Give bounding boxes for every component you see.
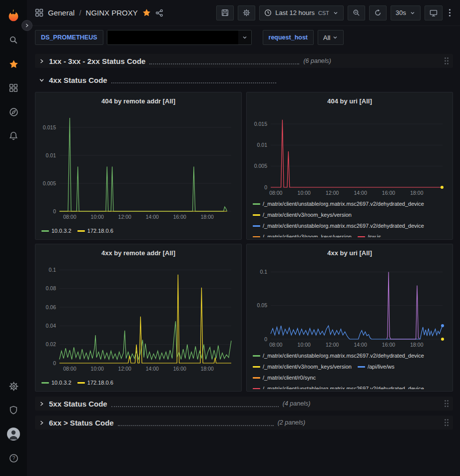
sidebar-item-starred[interactable]	[0, 52, 27, 76]
panel-title[interactable]: 4xx by uri [All]	[251, 247, 449, 260]
chart-404-by-uri[interactable]: 00.0050.010.01508:0010:0012:0014:0016:00…	[251, 108, 449, 197]
refresh-interval-picker[interactable]: 30s	[391, 5, 421, 20]
svg-text:10:00: 10:00	[298, 342, 311, 348]
series-name: 172.18.0.6	[87, 380, 113, 386]
row-header-1xx-3xx-2xx[interactable]: 1xx - 3xx - 2xx Status Code (6 panels)	[35, 54, 453, 68]
legend-item[interactable]: /_matrix/client/unstable/org.matrix.msc2…	[253, 198, 424, 209]
series-color-dash	[253, 214, 260, 216]
sidebar-item-search[interactable]	[0, 28, 27, 52]
legend-item[interactable]: /_matrix/client/v3/room_keys/version	[253, 231, 352, 237]
series-color-dash	[253, 355, 260, 357]
request-host-variable-label[interactable]: request_host	[263, 30, 314, 45]
time-range-picker[interactable]: Last 12 hours CST	[259, 5, 344, 20]
zoom-out-time-button[interactable]	[348, 5, 365, 20]
kebab-icon	[449, 8, 451, 17]
grafana-logo[interactable]	[6, 3, 21, 28]
top-navbar: General / NGINX PROXY	[27, 0, 460, 26]
legend-item[interactable]: /_matrix/client/unstable/org.matrix.msc2…	[253, 220, 424, 231]
legend-item[interactable]: /_matrix/client/unstable/org.matrix.msc2…	[253, 350, 424, 361]
legend-item[interactable]: /_matrix/client/r0/sync	[253, 372, 316, 383]
dotted-leader	[149, 58, 299, 64]
svg-text:0.1: 0.1	[260, 269, 267, 275]
row-panel-count: (4 panels)	[283, 400, 311, 407]
dotted-leader	[111, 77, 276, 83]
svg-text:0: 0	[264, 184, 267, 190]
legend-item[interactable]: /api/live/ws	[358, 361, 395, 372]
series-color-dash	[77, 230, 85, 232]
gear-icon	[243, 9, 250, 16]
legend-item[interactable]: /_matrix/client/v3/room_keys/version	[253, 361, 352, 372]
row-header-6xx[interactable]: 6xx > Status Code (2 panels)	[35, 416, 453, 430]
svg-text:0: 0	[53, 360, 56, 366]
svg-text:14:00: 14:00	[354, 190, 367, 196]
dashboard-grid-icon	[35, 8, 43, 17]
sidebar-item-dashboards[interactable]	[0, 76, 27, 100]
chevron-down-icon	[333, 10, 339, 16]
row-drag-handle[interactable]	[443, 419, 450, 427]
sidebar-item-profile[interactable]	[0, 422, 27, 446]
legend-item[interactable]: /sw.js	[358, 231, 381, 237]
sidebar-item-explore[interactable]	[0, 100, 27, 124]
refresh-button[interactable]	[369, 5, 387, 20]
series-name: 10.0.3.2	[51, 380, 71, 386]
svg-text:08:00: 08:00	[269, 190, 282, 196]
sidebar-item-configuration[interactable]	[0, 374, 27, 398]
row-header-5xx[interactable]: 5xx Status Code (4 panels)	[35, 397, 453, 411]
legend-item[interactable]: /_matrix/client/v3/room_keys/version	[253, 209, 352, 220]
dashboard-settings-button[interactable]	[238, 5, 255, 20]
svg-text:0.1: 0.1	[48, 267, 56, 273]
sidebar: ?	[0, 0, 27, 476]
avatar	[7, 428, 20, 441]
svg-text:12:00: 12:00	[326, 342, 339, 348]
timezone-label: CST	[318, 10, 329, 16]
tv-mode-button[interactable]	[425, 5, 443, 20]
svg-text:0.015: 0.015	[43, 124, 56, 130]
row-drag-handle[interactable]	[443, 57, 450, 65]
share-icon[interactable]	[155, 9, 163, 17]
series-name: /_matrix/client/v3/room_keys/version	[263, 212, 352, 218]
panel-404-by-uri: 404 by uri [All] 00.0050.010.01508:0010:…	[246, 92, 453, 240]
chevron-down-icon	[410, 10, 416, 16]
save-icon	[221, 9, 229, 16]
kebab-menu-button[interactable]	[447, 5, 453, 20]
legend-item[interactable]: 10.0.3.2	[41, 225, 71, 236]
panel-title[interactable]: 4xx by remote addr [All]	[39, 247, 237, 260]
sidebar-expand-chevron[interactable]	[21, 20, 32, 31]
svg-text:18:00: 18:00	[201, 366, 214, 372]
save-dashboard-button[interactable]	[216, 5, 234, 20]
svg-text:0: 0	[53, 208, 56, 214]
panel-title[interactable]: 404 by remote addr [All]	[39, 95, 237, 108]
breadcrumb-folder[interactable]: General	[48, 8, 74, 17]
chart-4xx-by-remote-addr[interactable]: 00.020.040.060.080.108:0010:0012:0014:00…	[39, 260, 237, 373]
series-color-dash	[358, 366, 365, 368]
series-name: /_matrix/client/unstable/org.matrix.msc2…	[263, 386, 424, 389]
toolbar: Last 12 hours CST	[216, 5, 453, 20]
legend-item[interactable]: 172.18.0.6	[77, 377, 113, 388]
legend-item[interactable]: 172.18.0.6	[77, 225, 113, 236]
row-drag-handle[interactable]	[443, 400, 450, 408]
grafana-flame-icon	[6, 8, 21, 23]
svg-text:0.06: 0.06	[46, 304, 56, 310]
legend-item[interactable]: 10.0.3.2	[41, 377, 71, 388]
panel-title[interactable]: 404 by uri [All]	[251, 95, 449, 108]
legend-item[interactable]: /_matrix/client/unstable/org.matrix.msc2…	[253, 383, 424, 389]
compass-icon	[9, 107, 18, 117]
chart-4xx-by-uri[interactable]: 00.050.108:0010:0012:0014:0016:0018:00	[251, 260, 449, 349]
shield-icon	[9, 406, 18, 415]
chart-404-by-remote-addr[interactable]: 00.0050.010.01508:0010:0012:0014:0016:00…	[39, 108, 237, 221]
sidebar-item-help[interactable]: ?	[0, 446, 27, 470]
request-host-variable-dropdown[interactable]: All	[318, 30, 344, 45]
row-header-4xx[interactable]: 4xx Status Code	[35, 73, 453, 87]
sidebar-item-alerting[interactable]	[0, 124, 27, 148]
svg-text:16:00: 16:00	[173, 214, 186, 220]
sidebar-item-server-admin[interactable]	[0, 398, 27, 422]
favorite-star-icon[interactable]	[142, 8, 151, 17]
datasource-variable-dropdown[interactable]	[107, 30, 252, 45]
svg-text:0: 0	[264, 336, 267, 342]
dashboard-title[interactable]: NGINX PROXY	[86, 8, 138, 17]
series-name: /_matrix/client/unstable/org.matrix.msc2…	[263, 201, 424, 207]
variables-row: DS_PROMETHEUS request_host All	[27, 26, 460, 50]
row-title: 1xx - 3xx - 2xx Status Code	[49, 57, 145, 65]
series-color-dash	[253, 377, 260, 379]
datasource-variable-label[interactable]: DS_PROMETHEUS	[35, 30, 103, 45]
